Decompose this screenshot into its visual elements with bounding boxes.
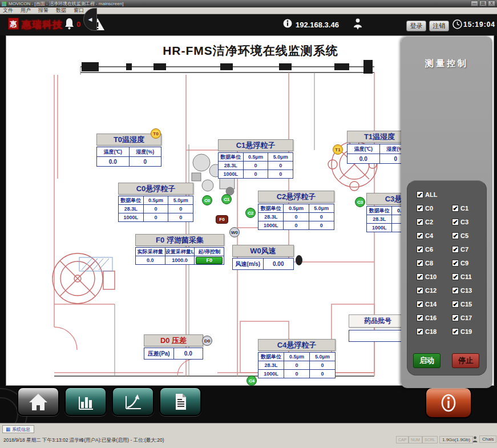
checkmark-icon: ✔ bbox=[452, 287, 459, 294]
nav-bar-chart-button[interactable] bbox=[64, 387, 107, 416]
checkbox-c3[interactable]: ✔C3 bbox=[452, 215, 487, 229]
checkbox-c10[interactable]: ✔C10 bbox=[417, 270, 452, 284]
window-title: MOVICON - [画面 - 洁净环境在线监测工程 - mainscreen] bbox=[9, 1, 123, 7]
ip-address: 192.168.3.46 bbox=[296, 21, 339, 29]
marker-t0[interactable]: T0 bbox=[151, 128, 161, 139]
checkbox-label: C6 bbox=[425, 246, 433, 253]
batch-number-label: 药品批号 bbox=[349, 314, 407, 328]
batch-number-input[interactable] bbox=[349, 330, 407, 342]
marker-c2[interactable]: C2 bbox=[245, 208, 256, 218]
col-header: 0.5μm bbox=[143, 196, 168, 205]
col-header: 数据单位 bbox=[367, 207, 392, 215]
system-info-tab[interactable]: 系统信息 bbox=[2, 425, 34, 433]
marker-c0[interactable]: C0 bbox=[202, 195, 212, 205]
checkbox-c13[interactable]: ✔C13 bbox=[452, 284, 487, 297]
checkbox-c19[interactable]: ✔C19 bbox=[452, 325, 487, 338]
checkmark-icon: ✔ bbox=[452, 314, 459, 321]
panel-title: C2悬浮粒子 bbox=[258, 191, 334, 203]
user-small-icon bbox=[472, 436, 478, 443]
col-header: 5.0μm bbox=[309, 204, 334, 213]
alarm-bell-icon[interactable] bbox=[64, 18, 75, 33]
status-bar: 系统信息 2018/9/18 星期二 下午3:13:02 温学峰(用户A):已登… bbox=[0, 423, 497, 448]
checkbox-label: C18 bbox=[425, 328, 437, 335]
info-button[interactable] bbox=[425, 387, 472, 418]
batch-number-group: 药品批号 bbox=[349, 314, 407, 342]
marker-d0[interactable]: D0 bbox=[202, 336, 212, 346]
checkbox-c18[interactable]: ✔C18 bbox=[417, 325, 452, 338]
checkbox-label: C10 bbox=[425, 273, 437, 280]
cell: 28.3L bbox=[258, 213, 284, 221]
checkbox-label: C2 bbox=[425, 219, 433, 225]
checkbox-label: ALL bbox=[425, 191, 437, 198]
cell: 0 bbox=[310, 370, 336, 378]
measurement-control-sidebar: 测量控制 ✔ALL✔C0✔C1✔C2✔C3✔C4✔C5✔C6✔C7✔C8✔C9✔… bbox=[401, 37, 492, 388]
marker-f0[interactable]: F0 bbox=[216, 215, 228, 224]
checkmark-icon: ✔ bbox=[417, 260, 423, 267]
checkbox-c6[interactable]: ✔C6 bbox=[417, 243, 452, 256]
minimize-button[interactable]: — bbox=[471, 1, 478, 6]
maximize-button[interactable]: 回 bbox=[479, 1, 487, 6]
checkmark-icon: ✔ bbox=[417, 328, 423, 335]
stop-button[interactable]: 停止 bbox=[452, 353, 479, 368]
checkbox-c0[interactable]: ✔C0 bbox=[417, 201, 452, 215]
checkbox-all[interactable]: ✔ALL bbox=[417, 188, 487, 201]
readout-table: 数据单位0.5μm5.0μm28.3L001000L00 bbox=[118, 196, 193, 222]
marker-c1[interactable]: C1 bbox=[221, 194, 232, 204]
menu-item[interactable]: 用户 bbox=[21, 7, 31, 14]
checkbox-c5[interactable]: ✔C5 bbox=[452, 229, 487, 243]
checkbox-c16[interactable]: ✔C16 bbox=[417, 311, 452, 325]
menu-item[interactable]: 窗口 bbox=[74, 7, 84, 14]
brand-name: 惠瑞科技 bbox=[22, 18, 63, 31]
checkbox-c17[interactable]: ✔C17 bbox=[452, 311, 487, 325]
cell: 1000L bbox=[367, 224, 392, 232]
panel-t0-temp-humidity: T0温湿度 温度(℃)湿度(%)0.00 bbox=[96, 134, 161, 167]
checkbox-c12[interactable]: ✔C12 bbox=[417, 284, 452, 297]
checkmark-icon: ✔ bbox=[452, 273, 459, 280]
checkbox-label: C5 bbox=[460, 232, 468, 239]
checkbox-c4[interactable]: ✔C4 bbox=[417, 229, 452, 243]
checkbox-c11[interactable]: ✔C11 bbox=[452, 270, 487, 284]
logout-button[interactable]: 注销 bbox=[429, 21, 449, 31]
menu-item[interactable]: 文件 bbox=[3, 7, 13, 14]
close-button[interactable]: X bbox=[488, 1, 495, 6]
menu-item[interactable]: 数据 bbox=[56, 7, 66, 14]
marker-t1[interactable]: T1 bbox=[333, 144, 343, 155]
start-button[interactable]: 启动 bbox=[413, 353, 441, 368]
f0-start-stop-button[interactable]: F0 bbox=[196, 257, 223, 264]
status-message: 2018/9/18 星期二 下午3:13:02 温学峰(用户A):已登录(启用)… bbox=[3, 437, 164, 444]
cell: 0 bbox=[284, 370, 310, 378]
checkbox-c7[interactable]: ✔C7 bbox=[452, 243, 487, 256]
checkbox-label: C3 bbox=[460, 219, 468, 225]
checkmark-icon: ✔ bbox=[452, 328, 459, 335]
checkbox-c14[interactable]: ✔C14 bbox=[417, 297, 452, 311]
checkbox-c15[interactable]: ✔C15 bbox=[452, 297, 487, 311]
panel-title: W0风速 bbox=[232, 245, 294, 257]
checkbox-c2[interactable]: ✔C2 bbox=[417, 215, 452, 229]
checkbox-label: C1 bbox=[460, 205, 468, 212]
nav-report-button[interactable] bbox=[159, 387, 201, 416]
cell: 1000L bbox=[258, 370, 284, 378]
current-user: Chais bbox=[479, 435, 496, 443]
nav-trend-chart-button[interactable] bbox=[112, 387, 154, 416]
checkmark-icon: ✔ bbox=[452, 232, 459, 239]
marker-w0[interactable]: W0 bbox=[229, 227, 240, 237]
checkbox-c1[interactable]: ✔C1 bbox=[452, 201, 487, 215]
col-header: 0.5μm bbox=[284, 204, 309, 213]
marker-c3[interactable]: C3 bbox=[355, 197, 365, 207]
nav-home-button[interactable] bbox=[17, 387, 59, 416]
checkbox-label: C15 bbox=[460, 301, 472, 308]
panel-title: D0 压差 bbox=[144, 334, 203, 346]
marker-c4[interactable]: C4 bbox=[247, 376, 257, 386]
checkbox-c9[interactable]: ✔C9 bbox=[452, 256, 487, 270]
cell: 0 bbox=[309, 221, 334, 230]
checkbox-c8[interactable]: ✔C8 bbox=[417, 256, 452, 270]
user-icon[interactable] bbox=[353, 18, 363, 33]
cell: 0 bbox=[143, 213, 168, 222]
checkmark-icon: ✔ bbox=[417, 273, 423, 280]
checkbox-label: C4 bbox=[425, 232, 433, 239]
login-button[interactable]: 登录 bbox=[406, 21, 426, 31]
panel-c2-particles: C2悬浮粒子 数据单位0.5μm5.0μm28.3L001000L00 bbox=[258, 191, 334, 230]
chevron-left-icon: ◀ bbox=[88, 17, 92, 22]
menu-item[interactable]: 报警 bbox=[38, 7, 49, 14]
cell: 28.3L bbox=[219, 162, 244, 170]
